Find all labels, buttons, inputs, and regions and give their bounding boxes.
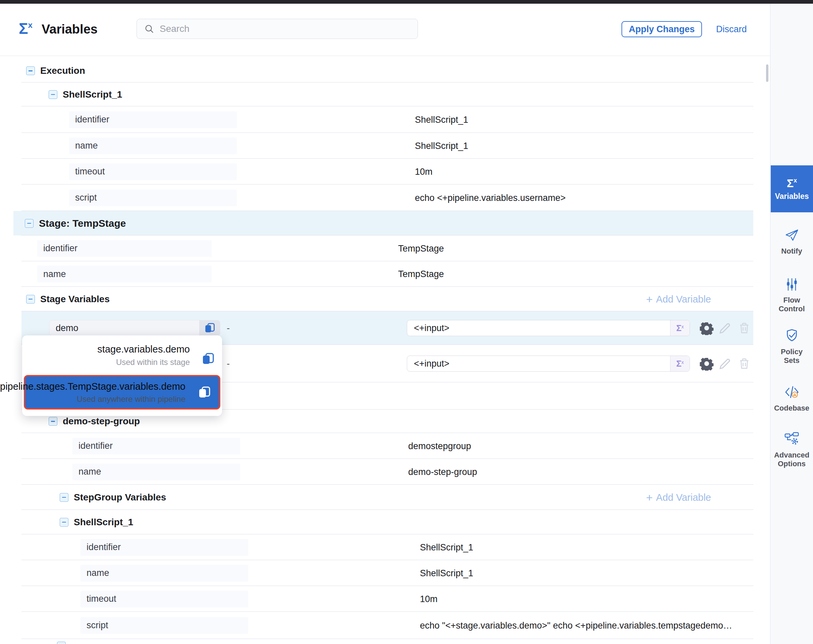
section-label: ShellScript_1 (74, 517, 133, 527)
field-name-box[interactable]: identifier (72, 438, 240, 454)
field-name: identifier (75, 114, 109, 125)
field-value: ShellScript_1 (415, 114, 468, 125)
sidebar-item-flow-control[interactable]: FlowControl (770, 277, 813, 313)
apply-changes-button[interactable]: Apply Changes (621, 21, 702, 37)
settings-gear-icon[interactable] (699, 357, 714, 371)
variable-value-input[interactable]: <+input> Σx (407, 320, 690, 336)
page-title: Variables (41, 22, 98, 37)
field-name-box[interactable]: name (37, 266, 212, 282)
field-row: name TempStage (0, 261, 770, 287)
field-name-box[interactable]: name (72, 463, 240, 480)
field-name-box[interactable]: timeout (69, 163, 237, 180)
plus-icon: + (646, 492, 653, 503)
section-row-stepgroup-variables: StepGroup Variables +Add Variable (0, 485, 770, 510)
variables-main-panel: Σ x Variables Apply Changes Discard Exec… (0, 4, 770, 644)
field-value: TempStage (398, 269, 444, 279)
panel-header: Σ x Variables Apply Changes Discard (0, 4, 770, 56)
sidebar-item-codebase[interactable]: Codebase (770, 384, 813, 412)
flowchart-gear-icon (784, 431, 799, 447)
right-sidebar: Σx Variables Notify FlowControl PolicySe… (770, 4, 813, 644)
sidebar-item-policy-sets[interactable]: PolicySets (770, 328, 813, 365)
edit-pencil-icon[interactable] (718, 321, 732, 335)
sigma-x-icon: Σx (787, 177, 797, 189)
section-label: ShellScript_1 (63, 89, 122, 100)
input-value: <+input> (414, 323, 449, 333)
discard-button[interactable]: Discard (716, 21, 747, 37)
field-name: timeout (86, 594, 117, 604)
runtime-input-button[interactable]: Σx (670, 356, 690, 371)
field-value: 10m (420, 594, 438, 604)
field-name-box[interactable]: name (69, 138, 237, 154)
field-value: 10m (415, 166, 433, 177)
field-row: name demo-step-group (0, 459, 770, 485)
copy-icon[interactable] (201, 352, 215, 366)
expression-scope: Used anywhere within pipeline (77, 394, 186, 404)
field-name-box[interactable]: script (80, 617, 248, 634)
sidebar-item-variables-active[interactable]: Σx Variables (771, 166, 813, 212)
collapse-icon[interactable] (60, 518, 68, 527)
delete-trash-icon[interactable] (737, 321, 751, 335)
partial-row (0, 639, 770, 644)
expression-text: stage.variables.demo (97, 344, 190, 355)
add-variable-button[interactable]: +Add Variable (646, 293, 711, 305)
runtime-input-button[interactable]: Σx (670, 320, 690, 336)
field-row: identifier TempStage (0, 235, 770, 261)
variables-panel-screen: Σ x Variables Apply Changes Discard Exec… (0, 0, 813, 644)
collapse-icon[interactable] (57, 642, 66, 644)
search-input[interactable] (159, 23, 395, 35)
variable-expression-popover: stage.variables.demo Used within its sta… (22, 336, 222, 416)
field-name-box[interactable]: timeout (80, 591, 248, 607)
field-value: echo <+pipeline.variables.username> (415, 193, 566, 203)
collapse-icon[interactable] (26, 295, 35, 304)
collapse-icon[interactable] (26, 66, 35, 75)
delete-trash-icon[interactable] (737, 357, 751, 371)
sidebar-item-label: Notify (781, 247, 802, 256)
variable-value-input[interactable]: <+input> Σx (407, 356, 690, 372)
sidebar-item-label: Variables (775, 192, 808, 201)
field-name-box[interactable]: identifier (69, 111, 237, 128)
collapse-icon[interactable] (60, 493, 68, 502)
sidebar-item-notify[interactable]: Notify (770, 227, 813, 256)
variable-name-field[interactable]: demo (49, 320, 220, 336)
window-top-strip (0, 0, 813, 4)
variable-name: demo (50, 320, 199, 336)
field-name: identifier (86, 542, 121, 552)
field-value: TempStage (398, 243, 444, 254)
field-name: name (78, 466, 101, 477)
section-row-stage-variables: Stage Variables +Add Variable (0, 287, 770, 311)
variable-type: - (227, 323, 230, 333)
edit-pencil-icon[interactable] (718, 357, 732, 371)
field-name-box[interactable]: script (69, 190, 237, 206)
collapse-icon[interactable] (49, 417, 57, 426)
field-value: ShellScript_1 (420, 568, 473, 578)
collapse-icon[interactable] (49, 90, 57, 99)
field-name: script (75, 193, 97, 203)
section-row-execution: Execution (0, 59, 770, 83)
field-name-box[interactable]: identifier (37, 240, 212, 257)
collapse-icon[interactable] (25, 219, 34, 228)
add-variable-button[interactable]: +Add Variable (646, 492, 711, 503)
expression-option-stage-scope[interactable]: stage.variables.demo Used within its sta… (22, 336, 222, 375)
sidebar-item-advanced-options[interactable]: AdvancedOptions (770, 431, 813, 468)
settings-gear-icon[interactable] (699, 321, 714, 335)
vertical-scrollbar[interactable] (766, 64, 769, 82)
field-name: identifier (78, 441, 113, 451)
search-box[interactable] (137, 19, 418, 39)
header-gap (0, 56, 770, 59)
field-name-box[interactable]: identifier (80, 539, 248, 556)
field-name: timeout (75, 166, 105, 177)
field-row: name ShellScript_1 (0, 560, 770, 586)
section-label: demo-step-group (63, 416, 140, 427)
copy-button[interactable] (199, 320, 220, 336)
field-name-box[interactable]: name (80, 565, 248, 582)
copy-icon[interactable] (198, 386, 211, 399)
paper-plane-icon (784, 227, 799, 243)
field-value: ShellScript_1 (420, 542, 473, 552)
expression-option-pipeline-scope-selected[interactable]: pipeline.stages.TempStage.variables.demo… (24, 375, 220, 409)
section-row-stage-tempstage: Stage: TempStage (0, 211, 770, 235)
field-row: timeout 10m (0, 586, 770, 612)
field-row: identifier demostepgroup (0, 433, 770, 459)
expression-scope: Used within its stage (116, 357, 190, 367)
sidebar-item-label: AdvancedOptions (774, 451, 809, 468)
field-name: script (86, 620, 108, 630)
